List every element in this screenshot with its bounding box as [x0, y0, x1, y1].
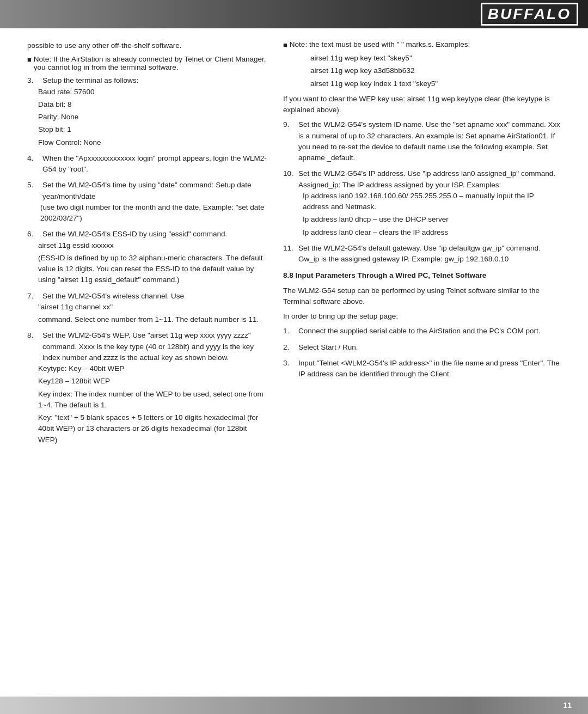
wep-clear-text: If you want to clear the WEP key use: ai…	[283, 94, 561, 116]
section-step-1: 1. Connect the supplied serial cable to …	[283, 326, 561, 337]
right-item-9: 9. Set the WLM2-G54's system ID name. Us…	[283, 119, 561, 163]
header: BUFFALO	[0, 0, 588, 28]
left-para1: possible to use any other off-the-shelf …	[27, 40, 267, 51]
section-8-8-para1: The WLM2-G54 setup can be performed by u…	[283, 285, 561, 308]
left-bullet1-text: Note: If the AirStation is already conne…	[34, 55, 267, 71]
section-8-8: 8.8 Input Parameters Through a Wired PC,…	[283, 270, 561, 380]
section-8-8-para2: In order to bring up the setup page:	[283, 311, 561, 322]
step-1-text: Connect the supplied serial cable to the…	[298, 326, 561, 337]
list-item-7: 7. Set the WLM2-G54's wireless channel. …	[27, 291, 267, 326]
item-10-ex-2: Ip address lan0 dhcp – use the DHCP serv…	[283, 214, 561, 225]
main-content: possible to use any other off-the-shelf …	[0, 28, 588, 697]
list-item-3: 3. Setup the terminal as follows: Baud r…	[27, 75, 267, 148]
right-item-11: 11. Set the WLM2-G54's default gateway. …	[283, 243, 561, 265]
list-item-4: 4. When the "Apxxxxxxxxxxxxx login" prom…	[27, 153, 267, 175]
item-10-ex-3: Ip address lan0 clear – clears the IP ad…	[283, 227, 561, 238]
item-7-text: Set the WLM2-G54's wireless channel. Use	[42, 291, 267, 302]
logo: BUFFALO	[481, 3, 578, 26]
step-1-num: 1.	[283, 326, 296, 337]
item-5-text: Set the WLM2-G54's time by using "date" …	[42, 180, 267, 202]
item-8-num: 8.	[27, 330, 40, 341]
item-3-text: Setup the terminal as follows:	[42, 75, 267, 86]
item-10-text: Set the WLM2-G54's IP address. Use "ip a…	[298, 168, 561, 191]
item-9-text: Set the WLM2-G54's system ID name. Use t…	[298, 119, 561, 163]
step-3-text: Input "Telnet <WLM2-G54's IP address>" i…	[298, 358, 561, 380]
item-5-note: (use two digit number for the month and …	[27, 202, 267, 224]
right-bullet-note-text: Note: the text must be used with " " mar…	[290, 40, 470, 48]
item-3-sub-1: Baud rate: 57600	[27, 87, 267, 97]
right-bullet-note: ■ Note: the text must be used with " " m…	[283, 40, 561, 49]
item-3-sub-2: Data bit: 8	[27, 99, 267, 110]
item-8-key-1: Keytype: Key – 40bit WEP	[27, 363, 267, 374]
item-6-num: 6.	[27, 229, 40, 240]
item-8-text: Set the WLM2-G54's WEP. Use "airset 11g …	[42, 330, 267, 363]
item-11-num: 11.	[283, 243, 296, 254]
page-number: 11	[563, 701, 572, 710]
item-11-text: Set the WLM2-G54's default gateway. Use …	[298, 243, 561, 265]
item-8-key-3: Key index: The index number of the WEP t…	[27, 389, 267, 411]
item-10-ex-1: Ip address lan0 192.168.100.60/ 255.255.…	[283, 191, 561, 213]
left-column: possible to use any other off-the-shelf …	[27, 40, 267, 697]
note-example-3: airset 11g wep key index 1 text "skey5"	[283, 78, 561, 89]
item-4-text: When the "Apxxxxxxxxxxxxx login" prompt …	[42, 153, 267, 175]
section-step-3: 3. Input "Telnet <WLM2-G54's IP address>…	[283, 358, 561, 380]
item-3-sub-4: Stop bit: 1	[27, 124, 267, 135]
note-example-2: airset 11g wep key a3d58bb632	[283, 65, 561, 76]
item-9-num: 9.	[283, 119, 296, 130]
item-7-num: 7.	[27, 291, 40, 302]
list-item-5: 5. Set the WLM2-G54's time by using "dat…	[27, 180, 267, 224]
item-7-sub-2: command. Select one number from 1~11. Th…	[27, 314, 267, 325]
list-item-8: 8. Set the WLM2-G54's WEP. Use "airset 1…	[27, 330, 267, 446]
item-10-num: 10.	[283, 168, 296, 179]
item-6-sub-2: (ESS-ID is defined by up to 32 alphanu-m…	[27, 253, 267, 286]
item-6-text: Set the WLM2-G54's ESS-ID by using "essi…	[42, 229, 267, 240]
item-7-sub-1: "airset 11g channel xx"	[27, 302, 267, 313]
item-3-num: 3.	[27, 75, 40, 86]
list-item-6: 6. Set the WLM2-G54's ESS-ID by using "e…	[27, 229, 267, 285]
item-5-num: 5.	[27, 180, 40, 191]
bullet-icon: ■	[27, 56, 32, 64]
section-8-8-heading: 8.8 Input Parameters Through a Wired PC,…	[283, 270, 561, 281]
note-example-1: airset 11g wep key text "skey5"	[283, 53, 561, 64]
right-bullet-icon: ■	[283, 41, 287, 49]
right-item-10: 10. Set the WLM2-G54's IP address. Use "…	[283, 168, 561, 238]
item-8-key-2: Key128 – 128bit WEP	[27, 376, 267, 387]
item-6-sub-1: airset 11g essid xxxxxx	[27, 240, 267, 251]
step-2-num: 2.	[283, 342, 296, 353]
item-3-sub-5: Flow Control: None	[27, 137, 267, 148]
item-3-sub-3: Parity: None	[27, 112, 267, 123]
section-step-2: 2. Select Start / Run.	[283, 342, 561, 353]
step-3-num: 3.	[283, 358, 296, 369]
footer: 11	[0, 697, 588, 714]
left-bullet1: ■ Note: If the AirStation is already con…	[27, 55, 267, 71]
item-8-key-4: Key: "text" + 5 blank spaces + 5 letters…	[27, 412, 267, 446]
right-column: ■ Note: the text must be used with " " m…	[283, 40, 561, 697]
step-2-text: Select Start / Run.	[298, 342, 561, 353]
item-4-num: 4.	[27, 153, 40, 164]
